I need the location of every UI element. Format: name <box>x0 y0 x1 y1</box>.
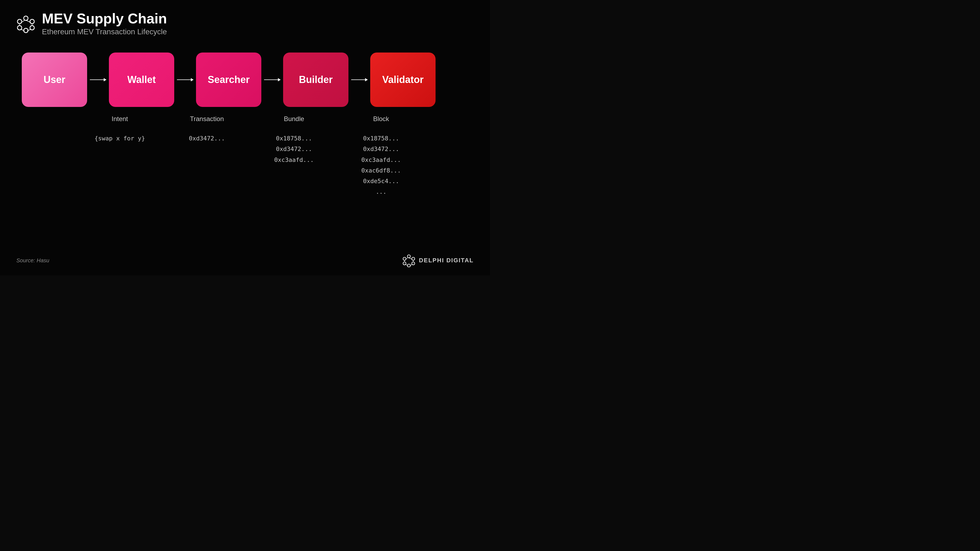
data-bundle-line1: 0x18758... <box>276 133 312 143</box>
label-transaction: Transaction <box>174 115 240 123</box>
sub-title: Ethereum MEV Transaction Lifecycle <box>42 27 167 36</box>
data-block-line2: 0xd3472... <box>363 144 399 154</box>
data-block-line5: 0xde5c4... <box>363 176 399 186</box>
box-wrapper-user: User <box>22 52 87 107</box>
footer: Source: Hasu DELPHI DIGITAL <box>16 254 474 267</box>
data-block: 0x18758... 0xd3472... 0xc3aafd... 0xac6d… <box>348 133 414 197</box>
node-searcher: Searcher <box>196 52 261 107</box>
box-wrapper-searcher: Searcher <box>196 52 261 107</box>
svg-point-13 <box>412 257 415 260</box>
node-wallet-label: Wallet <box>127 74 156 86</box>
box-wrapper-validator: Validator <box>370 52 436 107</box>
label-intent: Intent <box>87 115 153 123</box>
node-user-label: User <box>43 74 65 86</box>
data-bundle: 0x18758... 0xd3472... 0xc3aafd... <box>261 133 327 165</box>
svg-point-15 <box>407 264 410 267</box>
data-block-line1: 0x18758... <box>363 133 399 143</box>
data-block-line6: ... <box>375 187 387 197</box>
arrow-4 <box>351 79 368 80</box>
data-block-line3: 0xc3aafd... <box>361 155 401 165</box>
arrow-1 <box>90 79 106 80</box>
node-searcher-label: Searcher <box>208 74 250 86</box>
header-text: MEV Supply Chain Ethereum MEV Transactio… <box>42 11 167 36</box>
svg-point-14 <box>412 262 415 265</box>
arrow-3 <box>264 79 280 80</box>
node-user: User <box>22 52 87 107</box>
node-wallet: Wallet <box>109 52 174 107</box>
box-wrapper-wallet: Wallet <box>109 52 174 107</box>
label-bundle: Bundle <box>261 115 327 123</box>
label-block-text: Block <box>373 115 389 122</box>
svg-point-0 <box>24 16 28 21</box>
header: MEV Supply Chain Ethereum MEV Transactio… <box>16 11 474 36</box>
svg-point-12 <box>407 255 410 258</box>
page-container: MEV Supply Chain Ethereum MEV Transactio… <box>0 0 490 275</box>
data-transaction-text: 0xd3472... <box>189 133 225 143</box>
svg-point-17 <box>403 257 406 260</box>
source-text: Source: Hasu <box>16 257 49 264</box>
delphi-logo: DELPHI DIGITAL <box>402 254 474 267</box>
arrow-2 <box>177 79 193 80</box>
delphi-logo-icon-footer <box>402 254 416 267</box>
label-block: Block <box>348 115 414 123</box>
svg-point-1 <box>30 19 34 24</box>
data-bundle-line3: 0xc3aafd... <box>274 155 314 165</box>
boxes-row: User Wallet Searcher <box>22 52 436 107</box>
svg-point-5 <box>18 19 22 24</box>
flow-section: User Wallet Searcher <box>22 52 474 197</box>
svg-point-16 <box>403 262 406 265</box>
data-bundle-line2: 0xd3472... <box>276 144 312 154</box>
node-validator: Validator <box>370 52 436 107</box>
data-block-line4: 0xac6df8... <box>361 166 401 175</box>
main-title: MEV Supply Chain <box>42 11 167 26</box>
delphi-logo-text: DELPHI DIGITAL <box>419 257 474 264</box>
data-intent-text: {swap x for y} <box>94 133 145 143</box>
data-row: {swap x for y} 0xd3472... 0x18758... 0xd… <box>22 133 414 197</box>
node-builder: Builder <box>283 52 348 107</box>
node-validator-label: Validator <box>382 74 423 86</box>
labels-row: Intent Transaction Bundle Block <box>22 115 414 123</box>
node-builder-label: Builder <box>299 74 332 86</box>
data-transaction: 0xd3472... <box>174 133 240 143</box>
box-wrapper-builder: Builder <box>283 52 348 107</box>
label-transaction-text: Transaction <box>190 115 224 122</box>
label-bundle-text: Bundle <box>284 115 304 122</box>
delphi-logo-icon-header <box>16 14 35 33</box>
label-intent-text: Intent <box>111 115 128 122</box>
data-intent: {swap x for y} <box>87 133 153 143</box>
